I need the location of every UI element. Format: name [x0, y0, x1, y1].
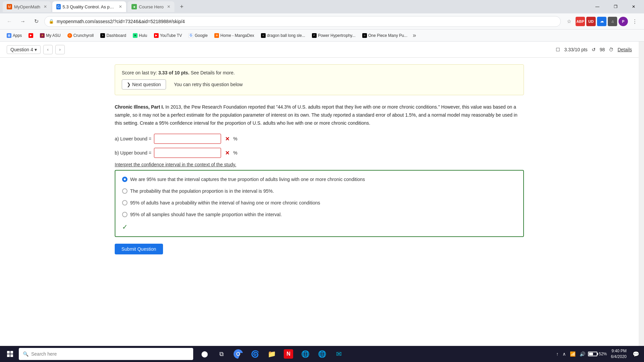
- crunchyroll-icon: ⊙: [67, 33, 72, 38]
- files-icon: 📁: [267, 349, 276, 359]
- dashboard-icon: h: [100, 33, 105, 38]
- lower-bound-row: a) Lower bound = ✕ %: [115, 134, 524, 144]
- score-banner-text: Score on last try: 3.33 of 10 pts. See D…: [122, 70, 517, 75]
- forward-button[interactable]: →: [17, 16, 28, 27]
- bookmark-mangadex-label: Home - MangaDex: [220, 33, 254, 38]
- bookmark-power[interactable]: P Power Hypertrophy...: [309, 32, 358, 39]
- start-button[interactable]: [3, 347, 17, 361]
- bookmark-google-label: Google: [195, 33, 208, 38]
- question-title: Chronic Illness, Part I.: [115, 104, 164, 110]
- bookmark-youtubetv[interactable]: ▶ YouTube TV: [151, 32, 185, 39]
- bookmark-hulu[interactable]: h Hulu: [130, 32, 150, 39]
- bookmark-google[interactable]: G Google: [186, 32, 210, 39]
- bookmark-onepiece-label: One Piece Many Pu...: [368, 33, 408, 38]
- volume-icon[interactable]: 🔊: [578, 350, 587, 358]
- edge-icon: 🌀: [250, 349, 260, 359]
- minimize-button[interactable]: —: [590, 1, 605, 12]
- taskbar-ms[interactable]: ✉: [331, 347, 346, 361]
- tab-favicon-quality-control: G: [56, 4, 61, 9]
- bookmark-dashboard[interactable]: h Dashboard: [98, 32, 129, 39]
- upload-icon: ↑: [555, 350, 560, 358]
- radio-option-4[interactable]: [122, 212, 127, 217]
- music-extension[interactable]: ♫: [608, 17, 617, 26]
- question-nav: Question 4 ▾ ‹ › ☐ 3.33/10 pts ↺ 98 ⏱ De…: [0, 42, 639, 58]
- question-dropdown[interactable]: Question 4 ▾: [7, 45, 41, 54]
- details-link[interactable]: Details: [618, 47, 632, 52]
- taskbar-center: ⬤ ⧉ 🌀 📁 N: [197, 347, 346, 361]
- maximize-button[interactable]: ❐: [608, 1, 623, 12]
- bookmark-myasu[interactable]: A My ASU: [37, 32, 63, 39]
- bookmark-onepiece[interactable]: ⊙ One Piece Many Pu...: [360, 32, 410, 39]
- bookmark-dragon[interactable]: ⊙ dragon ball long sle...: [258, 32, 308, 39]
- taskbar-ie[interactable]: 🌐: [315, 347, 329, 361]
- next-question-button[interactable]: ›: [55, 45, 65, 54]
- taskbar-edge[interactable]: 🌀: [248, 347, 262, 361]
- apps-icon: ⊞: [7, 33, 11, 38]
- reload-button[interactable]: ↻: [31, 16, 42, 27]
- scrollbar[interactable]: [639, 42, 644, 346]
- page-content: Question 4 ▾ ‹ › ☐ 3.33/10 pts ↺ 98 ⏱ De…: [0, 42, 639, 346]
- next-question-btn[interactable]: ❯ Next question: [122, 79, 166, 89]
- bookmark-crunchyroll[interactable]: ⊙ Crunchyroll: [65, 32, 97, 39]
- taskbar-netflix[interactable]: N: [281, 347, 296, 361]
- chevron-up-icon[interactable]: ∧: [561, 350, 567, 358]
- tab-title-myopenmath: MyOpenMath: [14, 4, 40, 9]
- bookmark-apps-label: Apps: [13, 33, 22, 38]
- bookmark-myasu-label: My ASU: [46, 33, 60, 38]
- new-tab-button[interactable]: +: [177, 2, 186, 11]
- question-text: Chronic Illness, Part I. In 2013, the Pe…: [115, 103, 524, 127]
- mangadex-icon: ⊕: [214, 33, 219, 38]
- radio-option-1[interactable]: [122, 177, 127, 182]
- tab-close-quality-control[interactable]: ✕: [119, 4, 122, 9]
- dropdown-arrow-icon: ▾: [35, 47, 37, 52]
- taskbar-cortana[interactable]: ⬤: [197, 347, 212, 361]
- retry-count: 98: [600, 47, 605, 52]
- close-button[interactable]: ✕: [626, 1, 641, 12]
- submit-question-button[interactable]: Submit Question: [115, 244, 163, 254]
- tab-quality-control[interactable]: G 5.3 Quality Control. As part of a c...…: [52, 1, 126, 12]
- prev-question-button[interactable]: ‹: [43, 45, 53, 54]
- bookmark-button[interactable]: ☆: [564, 16, 574, 27]
- address-bar[interactable]: 🔒 myopenmath.com/assess2/?cid=73246&aid=…: [44, 16, 561, 27]
- score-banner-see-details: See Details for more.: [191, 70, 235, 75]
- tab-myopenmath[interactable]: M MyOpenMath ✕: [3, 1, 51, 12]
- tab-close-myopenmath[interactable]: ✕: [44, 4, 47, 9]
- main-content: Score on last try: 3.33 of 10 pts. See D…: [108, 58, 531, 261]
- radio-option-3[interactable]: [122, 200, 127, 205]
- purple-extension[interactable]: P: [619, 17, 628, 26]
- lower-bound-percent: %: [233, 136, 237, 141]
- tab-course-hero[interactable]: ★ Course Hero ✕: [127, 1, 174, 12]
- taskbar-files[interactable]: 📁: [264, 347, 279, 361]
- wifi-icon: 📶: [569, 350, 577, 358]
- battery-fill: [589, 353, 593, 355]
- bookmarks-bar: ⊞ Apps ▶ A My ASU ⊙ Crunchyroll h Dashbo…: [0, 29, 644, 42]
- search-bar[interactable]: 🔍 Search here: [19, 348, 193, 360]
- chrome-icon: [233, 349, 243, 359]
- retry-text: You can retry this question below: [174, 82, 243, 87]
- taskbar-chrome[interactable]: [231, 347, 246, 361]
- notification-button[interactable]: 💬: [631, 349, 641, 359]
- tab-title-quality-control: 5.3 Quality Control. As part of a c...: [63, 4, 116, 9]
- taskbar-earth[interactable]: 🌐: [298, 347, 313, 361]
- bookmark-youtube[interactable]: ▶: [26, 32, 36, 39]
- bookmark-dashboard-label: Dashboard: [106, 33, 126, 38]
- clock[interactable]: 9:40 PM 6/4/2020: [608, 347, 629, 361]
- abp-extension[interactable]: ABP: [576, 17, 585, 26]
- lower-bound-input[interactable]: [154, 134, 221, 144]
- upper-bound-input[interactable]: [154, 148, 221, 158]
- upper-bound-percent: %: [233, 150, 237, 156]
- lock-icon: 🔒: [49, 19, 54, 24]
- menu-button[interactable]: ⋮: [629, 16, 640, 27]
- tab-close-course-hero[interactable]: ✕: [167, 4, 170, 9]
- radio-option-2[interactable]: [122, 188, 127, 194]
- bookmarks-more-button[interactable]: »: [411, 32, 417, 39]
- cloud-extension[interactable]: ☁: [597, 17, 606, 26]
- bookmark-mangadex[interactable]: ⊕ Home - MangaDex: [212, 32, 257, 39]
- ud-extension[interactable]: UD: [586, 17, 596, 26]
- bookmark-crunchyroll-label: Crunchyroll: [73, 33, 94, 38]
- bookmark-apps[interactable]: ⊞ Apps: [4, 32, 24, 39]
- upper-bound-clear-button[interactable]: ✕: [224, 149, 230, 156]
- lower-bound-clear-button[interactable]: ✕: [224, 135, 230, 142]
- back-button[interactable]: ←: [4, 16, 15, 27]
- taskbar-multitask[interactable]: ⧉: [214, 347, 229, 361]
